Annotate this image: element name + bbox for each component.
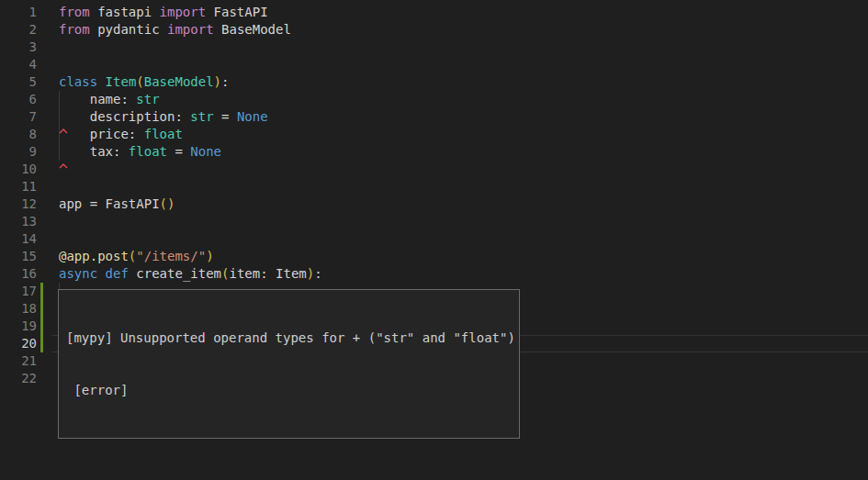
line-number: 4 xyxy=(0,56,37,73)
git-modified-gutter-bar xyxy=(40,335,43,352)
line-number: 9 xyxy=(0,143,37,161)
git-modified-gutter-bar xyxy=(40,283,43,300)
diagnostic-tooltip: [mypy] Unsupported operand types for + (… xyxy=(58,289,520,439)
line-number: 15 xyxy=(0,248,37,265)
code-line-14[interactable]: 14 xyxy=(0,230,868,248)
code-line-7[interactable]: 7 description: str = None xyxy=(0,108,868,126)
code-text: name: str xyxy=(59,91,160,108)
code-line-5[interactable]: 5class Item(BaseModel): xyxy=(0,73,868,91)
code-line-10[interactable]: 10 xyxy=(0,161,868,178)
line-number: 7 xyxy=(0,108,37,126)
code-line-6[interactable]: 6 name: str xyxy=(0,91,868,108)
error-squiggle-icon xyxy=(59,122,68,129)
line-number: 5 xyxy=(0,73,37,91)
line-number: 13 xyxy=(0,213,37,230)
code-line-8[interactable]: 8 price: float xyxy=(0,126,868,143)
line-number: 18 xyxy=(0,300,37,318)
line-number: 14 xyxy=(0,230,37,248)
diagnostic-message: [mypy] Unsupported operand types for + (… xyxy=(66,329,512,347)
code-text: class Item(BaseModel): xyxy=(59,73,229,91)
git-modified-gutter-bar xyxy=(40,318,43,335)
code-line-13[interactable]: 13 xyxy=(0,213,868,230)
line-number: 12 xyxy=(0,195,37,213)
code-text: @app.post("/items/") xyxy=(59,248,214,265)
code-text: price: float xyxy=(59,126,183,143)
code-text: tax: float = None xyxy=(59,143,221,161)
code-line-16[interactable]: 16async def create_item(item: Item): xyxy=(0,265,868,283)
code-text: app = FastAPI() xyxy=(59,195,175,213)
code-text: description: str = None xyxy=(59,108,268,126)
code-line-11[interactable]: 11 xyxy=(0,178,868,195)
line-number: 8 xyxy=(0,126,37,143)
line-number: 16 xyxy=(0,265,37,283)
line-number: 2 xyxy=(0,21,37,39)
code-line-15[interactable]: 15@app.post("/items/") xyxy=(0,248,868,265)
code-line-12[interactable]: 12app = FastAPI() xyxy=(0,195,868,213)
code-line-4[interactable]: 4 xyxy=(0,56,868,73)
line-number: 10 xyxy=(0,161,37,178)
code-line-2[interactable]: 2from pydantic import BaseModel xyxy=(0,21,868,39)
code-editor: 1from fastapi import FastAPI2from pydant… xyxy=(0,0,868,480)
error-squiggle-icon xyxy=(59,157,68,164)
line-number: 20 xyxy=(0,335,37,352)
code-line-9[interactable]: 9 tax: float = None xyxy=(0,143,868,161)
code-text: async def create_item(item: Item): xyxy=(59,265,322,283)
line-number: 6 xyxy=(0,91,37,108)
git-modified-gutter-bar xyxy=(40,300,43,318)
line-number: 21 xyxy=(0,352,37,370)
line-number: 22 xyxy=(0,370,37,387)
code-line-3[interactable]: 3 xyxy=(0,39,868,56)
code-text: from pydantic import BaseModel xyxy=(59,21,291,39)
line-number: 17 xyxy=(0,283,37,300)
line-number: 11 xyxy=(0,178,37,195)
code-text: from fastapi import FastAPI xyxy=(59,4,268,21)
diagnostic-severity: [error] xyxy=(66,382,512,399)
line-number: 19 xyxy=(0,318,37,335)
line-number: 3 xyxy=(0,39,37,56)
line-number: 1 xyxy=(0,4,37,21)
code-line-1[interactable]: 1from fastapi import FastAPI xyxy=(0,4,868,21)
